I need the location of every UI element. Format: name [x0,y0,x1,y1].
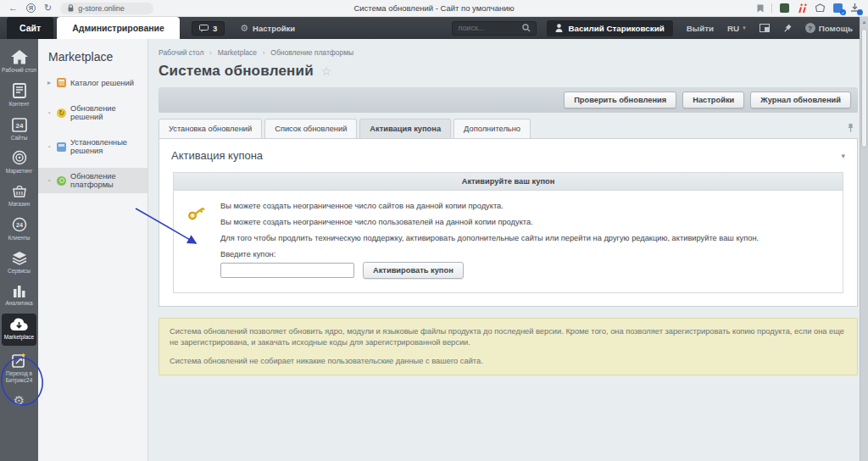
page-toolbar: Проверить обновления Настройки Журнал об… [159,87,858,113]
bullet-icon: ▪ [46,144,53,149]
update-system-notice: Система обновлений позволяет обновить яд… [159,318,858,375]
check-badge-icon: ✓ [840,9,846,15]
coupon-info-line: Вы можете создать неограниченное число с… [220,202,831,210]
check-updates-button[interactable]: Проверить обновления [564,92,676,108]
menu-item-solutions-catalog[interactable]: ▸ Каталог решений [38,74,147,92]
breadcrumb-desktop[interactable]: Рабочий стол [159,48,203,57]
favorite-star-icon[interactable]: ☆ [321,64,332,78]
download-badge-icon [857,9,863,15]
notification-icon [199,25,209,32]
notifications-button[interactable]: 3 [192,21,225,36]
window-icon [760,24,770,32]
logout-button[interactable]: Выйти [687,24,714,33]
marketplace-menu-panel: Marketplace ▸ Каталог решений ▪ Обновлен… [38,39,148,461]
sidebar-item-shop[interactable]: Магазин [0,180,38,213]
coupon-activation-panel: Активация купона ▾ Активируйте ваш купон… [159,138,858,307]
scroll-up-icon[interactable]: ▲ [860,17,868,25]
pin-panel-button[interactable] [783,24,792,33]
sidebar-item-analytics[interactable]: Аналитика [0,280,38,312]
page-scrollbar[interactable]: ▲ [860,17,868,461]
sidebar-item-marketing[interactable]: Маркетинг [0,146,38,180]
sidebar-item-services[interactable]: Сервисы [0,247,38,280]
desktop-mode-button[interactable] [760,24,770,32]
back-icon[interactable]: ← [8,3,18,13]
solutions-update-icon [57,108,66,118]
admin-search-box[interactable] [452,21,537,36]
bookmark-icon[interactable] [757,4,764,13]
menu-item-installed-solutions[interactable]: ▪ Установленные решения [38,134,147,159]
update-log-button[interactable]: Журнал обновлений [750,92,851,108]
coupon-info-line: Вы можете создать неограниченное число п… [220,218,831,226]
docs-extension-icon[interactable]: ✓ [833,3,843,13]
settings-button[interactable]: Настройки [682,92,744,108]
language-selector[interactable]: RU ▾ [727,24,746,33]
sidebar-item-clients[interactable]: 24 Клиенты [0,213,38,247]
breadcrumb-separator-icon: › [209,50,211,56]
url-text: g-store.online [78,4,125,13]
breadcrumb-platform-update: Обновление платформы [270,48,353,57]
sticker-extension-icon[interactable] [815,3,826,13]
sidebar-item-desktop[interactable]: Рабочий стол [0,46,38,79]
divider [771,3,772,13]
tab-updates-list[interactable]: Список обновлений [264,119,357,138]
breadcrumb-separator-icon: › [263,50,264,56]
settings-label: Настройки [253,24,295,33]
installed-solutions-icon [57,142,66,152]
user-icon [555,24,563,32]
adblock-extension-icon[interactable] [780,3,789,13]
search-icon[interactable] [522,24,531,32]
help-button[interactable]: ? Помощь [805,23,853,33]
main-content: Рабочий стол › Marketplace › Обновление … [148,39,868,461]
settings-menu-button[interactable]: ⚙ Настройки [240,23,295,34]
site-view-tab[interactable]: Сайт [7,17,53,39]
refresh-icon[interactable]: ↻ [44,3,52,13]
sidebar-item-marketplace[interactable]: Marketplace [2,314,36,346]
browser-circle-icon[interactable]: Я [26,3,36,13]
activate-coupon-button[interactable]: Активировать купон [363,262,464,279]
pin-form-button[interactable] [847,123,858,135]
catalog-icon [57,78,66,87]
breadcrumb-marketplace[interactable]: Marketplace [218,48,257,57]
menu-item-solutions-update[interactable]: ▪ Обновление решений [38,100,147,125]
lock-icon [68,4,74,12]
sidebar-item-content[interactable]: Контент [0,79,38,113]
browser-bar: ← Я ↻ g-store.online Система обновлений … [0,0,868,17]
clients-24-icon: 24 [12,217,27,232]
calendar-24-icon: 24 [12,117,27,132]
downloads-icon[interactable] [850,3,860,13]
tabs-bar: Установка обновлений Список обновлений А… [159,119,858,138]
cloud-download-icon [9,318,29,331]
language-label: RU [727,24,739,33]
sidebar-item-sites[interactable]: 24 Сайты [0,113,38,147]
bullet-icon: ▪ [46,110,53,115]
menu-item-platform-update[interactable]: ▪ Обновление платформы [38,168,147,193]
tab-install-updates[interactable]: Установка обновлений [159,119,262,138]
collapse-chevron-icon[interactable]: ▾ [841,152,845,160]
svg-text:24: 24 [16,222,23,228]
document-icon [13,83,26,98]
pin-icon [781,22,793,35]
bitrix-extension-icon[interactable] [797,3,807,14]
page-title: Система обновлений [159,63,314,80]
user-menu-button[interactable]: Василий Стариковский [547,20,672,36]
chevron-down-icon: ▾ [743,25,746,31]
bullet-icon: ▪ [46,178,53,183]
search-input[interactable] [458,24,519,32]
coupon-input-label: Введите купон: [220,250,831,258]
address-bar[interactable]: g-store.online [60,3,153,14]
basket-icon [12,184,27,198]
key-icon [186,202,209,279]
home-icon [11,50,28,64]
tab-additional[interactable]: Дополнительно [453,119,531,138]
sidebar-settings[interactable]: ⚙ [0,389,38,408]
expand-arrow-icon[interactable]: ▸ [46,79,53,86]
notice-paragraph: Система обновлений позволяет обновить яд… [170,326,847,349]
svg-text:24: 24 [15,122,23,130]
pin-icon [847,123,854,133]
administration-tab[interactable]: Администрирование [57,17,180,39]
gear-icon: ⚙ [240,23,248,34]
sidebar-item-bitrix24[interactable]: Переход в Битрикс24 [0,348,38,389]
coupon-input[interactable] [220,263,354,278]
tab-coupon-activation[interactable]: Активация купона [359,119,451,138]
scrollbar-thumb[interactable] [861,29,867,147]
